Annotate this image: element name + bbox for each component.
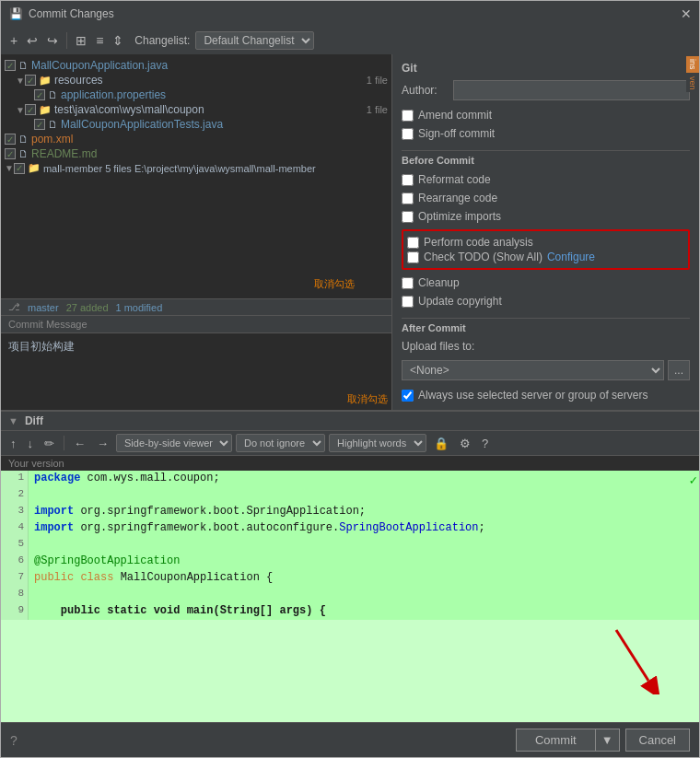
code-line: 6 @SpringBootApplication bbox=[1, 554, 699, 570]
file-checkbox[interactable]: ✓ bbox=[34, 119, 45, 130]
expand-icon[interactable]: ▼ bbox=[16, 76, 25, 86]
help-icon-button[interactable]: ? bbox=[10, 733, 18, 748]
list-item[interactable]: ✓ 🗋 MallCouponApplication.java bbox=[1, 58, 391, 73]
list-item[interactable]: ▼ ✓ 📁 mall-member 5 files E:\project\my\… bbox=[1, 161, 391, 175]
commit-message-input[interactable]: 项目初始构建 bbox=[1, 333, 391, 407]
list-item[interactable]: ✓ 🗋 README.md bbox=[1, 146, 391, 161]
file-checkbox[interactable]: ✓ bbox=[34, 89, 45, 100]
branch-bar: ⎇ master 27 added 1 modified bbox=[1, 298, 391, 315]
reformat-label[interactable]: Reformat code bbox=[418, 173, 491, 186]
group-button[interactable]: ⊞ bbox=[72, 31, 90, 50]
diff-edit-button[interactable]: ✏ bbox=[41, 435, 58, 452]
amend-commit-row: Amend commit bbox=[402, 108, 690, 122]
file-name: MallCouponApplication.java bbox=[31, 59, 388, 72]
always-use-checkbox[interactable] bbox=[402, 390, 414, 402]
edge-tab-ven[interactable]: ven bbox=[686, 74, 699, 93]
always-use-label[interactable]: Always use selected server or group of s… bbox=[418, 389, 648, 402]
expand-icon[interactable]: ▼ bbox=[16, 105, 25, 115]
diff-collapse-icon[interactable]: ▼ bbox=[8, 415, 18, 426]
diff-up-button[interactable]: ↑ bbox=[6, 435, 20, 452]
list-item[interactable]: ✓ 🗋 pom.xml bbox=[1, 132, 391, 146]
folder-name: resources bbox=[54, 74, 363, 87]
diff-toolbar: ↑ ↓ ✏ ← → Side-by-side viewer Do not ign… bbox=[1, 431, 699, 456]
window-title: Commit Changes bbox=[29, 7, 681, 20]
edge-tab-ins[interactable]: ins bbox=[686, 56, 699, 73]
commit-button[interactable]: Commit bbox=[516, 729, 595, 752]
expand-icon[interactable]: ▼ bbox=[5, 163, 14, 173]
viewer-select[interactable]: Side-by-side viewer bbox=[116, 434, 232, 452]
line-number: 9 bbox=[1, 603, 29, 620]
cancel-selection-link[interactable]: 取消勾选 bbox=[347, 392, 388, 406]
lock-button[interactable]: 🔒 bbox=[430, 435, 452, 452]
rearrange-checkbox[interactable] bbox=[402, 192, 414, 204]
line-content: public class MallCouponApplication { bbox=[29, 570, 699, 587]
line-number: 8 bbox=[1, 587, 29, 603]
sort-button[interactable]: ≡ bbox=[92, 31, 107, 50]
copyright-checkbox[interactable] bbox=[402, 296, 414, 308]
list-item[interactable]: ✓ 🗋 MallCouponApplicationTests.java bbox=[1, 117, 391, 132]
file-name: MallCouponApplicationTests.java bbox=[61, 118, 388, 131]
main-content: ✓ 🗋 MallCouponApplication.java ▼ ✓ 📁 res… bbox=[1, 54, 699, 722]
author-input[interactable] bbox=[453, 80, 690, 100]
copyright-label[interactable]: Update copyright bbox=[418, 295, 502, 308]
line-content: package com.wys.mall.coupon; bbox=[29, 471, 699, 487]
changelist-label: Changelist: bbox=[134, 34, 190, 47]
author-label: Author: bbox=[402, 84, 448, 97]
line-content: import org.springframework.boot.autoconf… bbox=[29, 520, 699, 537]
help-button[interactable]: ? bbox=[478, 435, 492, 452]
file-checkbox[interactable]: ✓ bbox=[25, 104, 36, 115]
file-name: README.md bbox=[31, 147, 388, 160]
line-number: 4 bbox=[1, 520, 29, 537]
signoff-label[interactable]: Sign-off commit bbox=[418, 127, 495, 140]
diff-down-button[interactable]: ↓ bbox=[24, 435, 38, 452]
optimize-checkbox[interactable] bbox=[402, 211, 414, 223]
analysis-label[interactable]: Perform code analysis bbox=[424, 236, 533, 249]
line-number: 7 bbox=[1, 570, 29, 587]
rearrange-label[interactable]: Rearrange code bbox=[418, 192, 497, 204]
redo-button[interactable]: ↪ bbox=[43, 31, 62, 50]
file-name: application.properties bbox=[61, 88, 388, 101]
todo-checkbox[interactable] bbox=[407, 251, 419, 263]
file-checkbox[interactable]: ✓ bbox=[5, 134, 16, 145]
cleanup-label[interactable]: Cleanup bbox=[418, 276, 460, 289]
main-window: 💾 Commit Changes ✕ + ↩ ↪ ⊞ ≡ ⇕ Changelis… bbox=[0, 0, 700, 758]
ignore-select[interactable]: Do not ignore bbox=[236, 434, 325, 452]
expand-button[interactable]: ⇕ bbox=[109, 31, 127, 50]
file-count: 1 file bbox=[367, 75, 388, 86]
list-item[interactable]: ▼ ✓ 📁 resources 1 file bbox=[1, 73, 391, 87]
signoff-checkbox[interactable] bbox=[402, 128, 414, 140]
highlight-select[interactable]: Highlight words bbox=[329, 434, 426, 452]
commit-message-label: Commit Message bbox=[8, 319, 88, 330]
commit-dropdown-button[interactable]: ▼ bbox=[595, 729, 620, 752]
diff-prev-button[interactable]: ← bbox=[70, 435, 89, 452]
code-line: 1 package com.wys.mall.coupon; bbox=[1, 471, 699, 487]
amend-commit-label[interactable]: Amend commit bbox=[418, 109, 492, 122]
diff-next-button[interactable]: → bbox=[93, 435, 112, 452]
cleanup-checkbox[interactable] bbox=[402, 277, 414, 289]
close-button[interactable]: ✕ bbox=[681, 6, 692, 21]
upload-dots-button[interactable]: ... bbox=[668, 360, 690, 380]
file-checkbox[interactable]: ✓ bbox=[14, 163, 25, 174]
todo-label[interactable]: Check TODO (Show All) bbox=[424, 251, 542, 263]
optimize-row: Optimize imports bbox=[402, 209, 690, 224]
list-item[interactable]: ▼ ✓ 📁 test\java\com\wys\mall\coupon 1 fi… bbox=[1, 102, 391, 117]
upload-select[interactable]: <None> bbox=[402, 360, 664, 380]
update-copyright-row: Update copyright bbox=[402, 294, 690, 309]
undo-button[interactable]: ↩ bbox=[23, 31, 41, 50]
file-checkbox[interactable]: ✓ bbox=[5, 60, 16, 71]
left-panel: ✓ 🗋 MallCouponApplication.java ▼ ✓ 📁 res… bbox=[1, 54, 392, 410]
file-checkbox[interactable]: ✓ bbox=[5, 148, 16, 159]
reformat-checkbox[interactable] bbox=[402, 174, 414, 186]
bottom-bar: ? Commit ▼ Cancel bbox=[1, 722, 699, 757]
analysis-checkbox[interactable] bbox=[407, 237, 419, 249]
settings-button[interactable]: ⚙ bbox=[456, 435, 474, 452]
configure-link[interactable]: Configure bbox=[547, 251, 595, 263]
changelist-select[interactable]: Default Changelist bbox=[195, 31, 314, 50]
add-button[interactable]: + bbox=[6, 31, 21, 50]
folder-name: mall-member 5 files E:\project\my\java\w… bbox=[43, 163, 388, 174]
amend-commit-checkbox[interactable] bbox=[402, 110, 414, 122]
cancel-button[interactable]: Cancel bbox=[625, 729, 690, 752]
optimize-label[interactable]: Optimize imports bbox=[418, 210, 501, 223]
list-item[interactable]: ✓ 🗋 application.properties bbox=[1, 87, 391, 102]
file-checkbox[interactable]: ✓ bbox=[25, 75, 36, 86]
